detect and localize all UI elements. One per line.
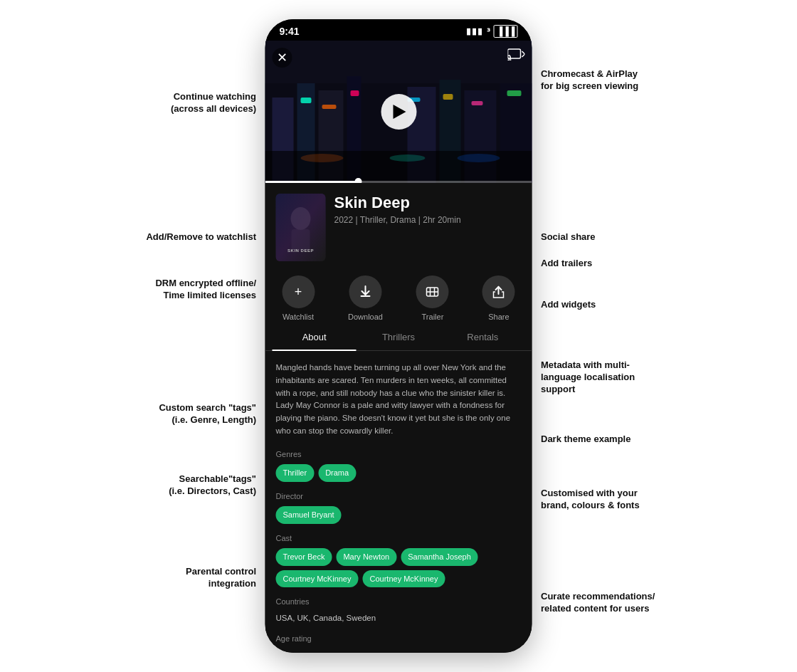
video-progress[interactable] xyxy=(265,181,532,183)
age-rating-label: Age rating xyxy=(276,633,522,645)
annotation-trailers: Add trailers xyxy=(541,258,592,270)
cast-tag-5[interactable]: Courtney McKinney xyxy=(363,570,445,588)
annotation-customised: Customised with your brand, colours & fo… xyxy=(541,488,640,512)
signal-icon: ▮▮▮ xyxy=(466,26,483,36)
cast-button[interactable] xyxy=(508,48,525,63)
director-label: Director xyxy=(276,490,522,503)
countries-value: USA, UK, Canada, Sweden xyxy=(276,612,522,624)
play-button[interactable] xyxy=(381,94,416,130)
annotation-widgets: Add widgets xyxy=(541,299,596,311)
svg-rect-55 xyxy=(360,295,370,297)
share-action[interactable]: Share xyxy=(482,275,515,321)
svg-rect-40 xyxy=(351,90,359,96)
annotation-directors: Searchable"tags" (i.e. Directors, Cast) xyxy=(169,473,256,498)
svg-point-48 xyxy=(458,154,500,162)
cast-tag-1[interactable]: Trevor Beck xyxy=(276,548,332,566)
progress-fill xyxy=(265,181,359,183)
close-button[interactable]: ✕ xyxy=(273,48,292,68)
status-time: 9:41 xyxy=(280,26,300,37)
movie-info-section: SKIN DEEP Skin Deep 2022 | Thriller, Dra… xyxy=(265,183,532,268)
share-svg xyxy=(492,285,506,299)
download-label: Download xyxy=(348,313,383,321)
tab-rentals[interactable]: Rentals xyxy=(440,325,524,350)
svg-rect-39 xyxy=(322,105,337,109)
action-buttons-row: + Watchlist Download Trailer xyxy=(265,268,532,325)
genre-tag-thriller[interactable]: Thriller xyxy=(276,464,315,482)
movie-details: Skin Deep 2022 | Thriller, Drama | 2hr 2… xyxy=(334,194,522,225)
play-icon xyxy=(394,105,406,119)
genres-label: Genres xyxy=(276,448,522,461)
trailer-label: Trailer xyxy=(422,313,444,321)
trailer-icon[interactable] xyxy=(416,275,449,308)
annotation-watchlist: Add/Remove to watchlist xyxy=(146,231,256,243)
svg-rect-49 xyxy=(508,49,521,58)
svg-text:SKIN DEEP: SKIN DEEP xyxy=(287,248,314,253)
svg-rect-44 xyxy=(507,90,522,96)
content-tabs: About Thrillers Rentals xyxy=(265,325,532,351)
movie-description: Mangled hands have been turning up all o… xyxy=(276,362,522,438)
tab-about[interactable]: About xyxy=(273,325,357,351)
share-icon[interactable] xyxy=(482,275,515,308)
cast-tag-4[interactable]: Courtney McKinney xyxy=(276,570,359,588)
age-rating-section: Age rating 18 xyxy=(276,633,522,653)
annotation-curate: Curate recommendations/ related content … xyxy=(541,591,655,615)
age-rating-value: 18 xyxy=(276,649,522,653)
poster-image: SKIN DEEP xyxy=(276,194,326,261)
video-hero[interactable]: ✕ xyxy=(265,41,532,183)
cast-section: Cast Trevor Beck Mary Newton Samantha Jo… xyxy=(276,532,522,588)
director-tag[interactable]: Samuel Bryant xyxy=(276,506,342,524)
tab-thrillers[interactable]: Thrillers xyxy=(357,325,440,350)
watchlist-label: Watchlist xyxy=(283,313,314,321)
phone-device: 9:41 ▮▮▮ ᶟ ▐▐▐ xyxy=(265,19,532,653)
svg-rect-43 xyxy=(472,101,483,105)
cast-tag-2[interactable]: Mary Newton xyxy=(336,548,396,566)
movie-meta: 2022 | Thriller, Drama | 2hr 20min xyxy=(334,215,522,225)
movie-title: Skin Deep xyxy=(334,194,522,212)
genres-section: Genres Thriller Drama xyxy=(276,448,522,482)
svg-rect-38 xyxy=(301,98,312,103)
director-tags: Samuel Bryant xyxy=(276,506,522,524)
watchlist-icon[interactable]: + xyxy=(282,275,315,308)
status-icons: ▮▮▮ ᶟ ▐▐▐ xyxy=(466,25,518,38)
genre-tag-drama[interactable]: Drama xyxy=(318,464,356,482)
annotation-social: Social share xyxy=(541,231,596,243)
share-label: Share xyxy=(488,313,509,321)
annotation-continue-watching: Continue watching (across all devices) xyxy=(171,91,256,115)
countries-label: Countries xyxy=(276,596,522,608)
svg-rect-42 xyxy=(443,94,453,100)
trailer-svg xyxy=(426,285,440,299)
svg-point-47 xyxy=(390,154,426,162)
battery-icon: ▐▐▐ xyxy=(494,25,518,38)
content-area: Mangled hands have been turning up all o… xyxy=(265,351,532,653)
annotation-chromecast: Chromecast & AirPlay for big screen view… xyxy=(541,68,638,93)
annotation-tags: Custom search "tags" (i.e. Genre, Length… xyxy=(159,402,256,426)
wifi-icon: ᶟ xyxy=(487,26,490,37)
svg-rect-53 xyxy=(292,229,310,251)
watchlist-action[interactable]: + Watchlist xyxy=(282,275,315,321)
genres-tags: Thriller Drama xyxy=(276,464,522,482)
cast-label: Cast xyxy=(276,532,522,545)
movie-poster: SKIN DEEP xyxy=(276,194,326,261)
download-svg xyxy=(358,285,372,299)
countries-section: Countries USA, UK, Canada, Sweden xyxy=(276,596,522,624)
trailer-action[interactable]: Trailer xyxy=(416,275,449,321)
annotation-metadata: Metadata with multi- language localisati… xyxy=(541,359,635,396)
svg-point-46 xyxy=(301,154,344,162)
progress-handle[interactable] xyxy=(355,178,362,183)
status-bar: 9:41 ▮▮▮ ᶟ ▐▐▐ xyxy=(265,19,532,41)
annotation-parental: Parental control integration xyxy=(186,566,256,590)
cast-tags: Trevor Beck Mary Newton Samantha Joseph … xyxy=(276,548,522,587)
director-section: Director Samuel Bryant xyxy=(276,490,522,524)
annotation-dark: Dark theme example xyxy=(541,434,630,446)
download-action[interactable]: Download xyxy=(348,275,383,321)
cast-tag-3[interactable]: Samantha Joseph xyxy=(401,548,478,566)
download-icon[interactable] xyxy=(349,275,381,308)
svg-point-52 xyxy=(291,207,311,230)
annotation-drm: DRM encrypted offline/ Time limited lice… xyxy=(155,278,256,302)
